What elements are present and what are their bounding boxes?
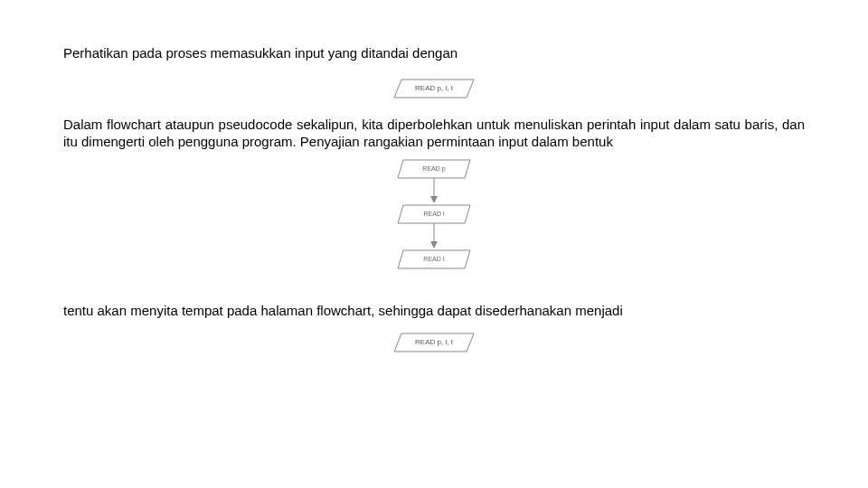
svg-marker-3 [430,196,438,203]
paragraph-3: tentu akan menyita tempat pada halaman f… [63,303,805,318]
figure-three-reads: READ p READ l READ t [63,155,805,290]
paragraph-1: Perhatikan pada proses memasukkan input … [63,45,805,61]
node-label: READ p, l, t [415,84,454,92]
node-c-label: READ t [423,256,444,262]
paragraph-2: Dalam flowchart ataupun pseudocode sekal… [63,117,805,151]
svg-marker-6 [430,241,438,249]
node-a-label: READ p [422,165,445,173]
figure-single-read: READ p, l, t [63,75,805,104]
node-b-label: READ l [424,211,445,217]
document-page: Perhatikan pada proses memasukkan input … [0,0,868,376]
figure-simplified-read: READ p, l, t [63,329,805,358]
node-label: READ p, l, t [415,338,454,346]
